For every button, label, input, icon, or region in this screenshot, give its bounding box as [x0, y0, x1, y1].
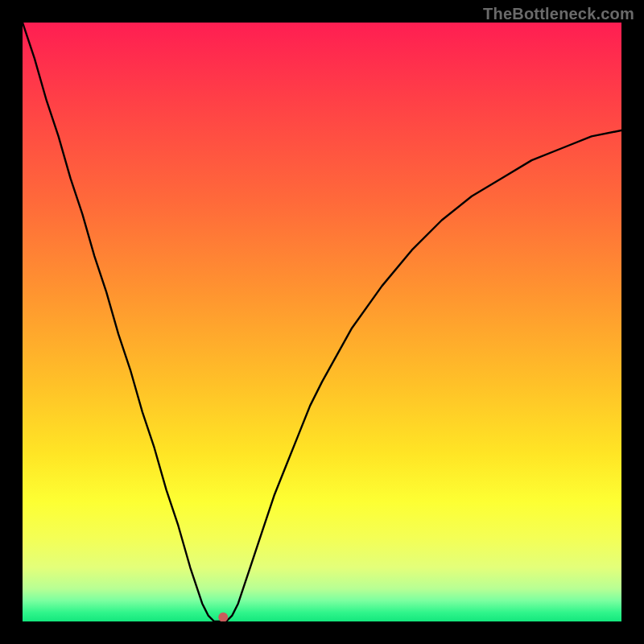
chart-frame: TheBottleneck.com	[0, 0, 644, 644]
watermark-label: TheBottleneck.com	[483, 5, 634, 23]
plot-area	[23, 23, 621, 621]
gradient-background	[23, 23, 621, 621]
bottleneck-chart	[23, 23, 621, 621]
